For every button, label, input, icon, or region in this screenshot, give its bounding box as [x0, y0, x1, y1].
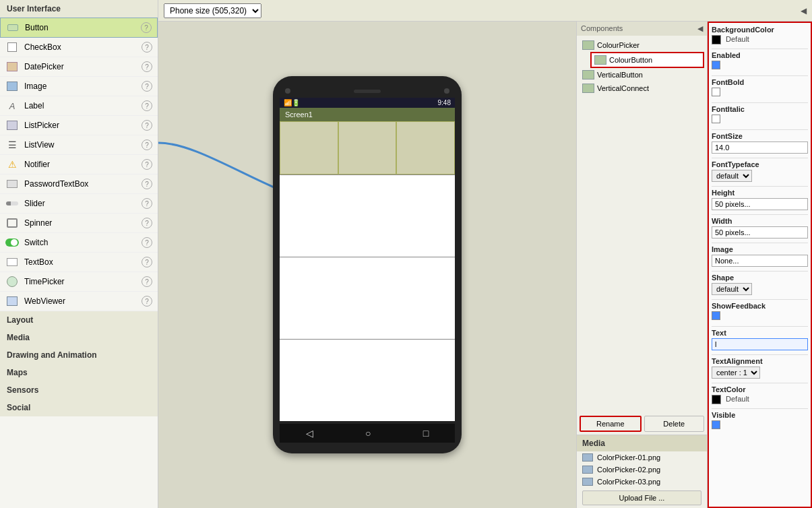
sidebar-item-webviewer[interactable]: WebViewer ?	[0, 292, 158, 311]
phone-size-select[interactable]: Phone size (505,320)	[164, 3, 261, 18]
help-icon-textbox[interactable]: ?	[142, 257, 152, 267]
sidebar-item-label-image: Image	[24, 82, 142, 91]
help-icon-switch[interactable]: ?	[142, 237, 152, 248]
fonttypeface-select[interactable]: default	[712, 170, 752, 182]
bg-color-swatch[interactable]	[712, 35, 721, 44]
prop-fontitalic: FontItalic	[712, 105, 808, 125]
sidebar-item-notifier[interactable]: ⚠ Notifier ?	[0, 155, 158, 174]
sidebar-item-label-button: Button	[25, 23, 141, 32]
text-input[interactable]	[712, 338, 808, 350]
visible-checkbox[interactable]	[712, 420, 720, 429]
width-input[interactable]	[712, 226, 808, 239]
sidebar-item-button[interactable]: Button ?	[0, 18, 158, 38]
screen-content	[280, 121, 455, 421]
section-layout-header[interactable]: Layout	[0, 311, 158, 329]
canvas-area: 📶🔋 9:48 Screen1	[158, 22, 812, 508]
section-ui-header[interactable]: User Interface	[0, 0, 158, 18]
tree-item-verticalbutton[interactable]: VerticalButton	[580, 68, 704, 82]
prop-width: Width	[712, 217, 808, 239]
prop-height-label: Height	[712, 189, 808, 197]
sidebar-item-image[interactable]: Image ?	[0, 77, 158, 96]
screen-title-bar: Screen1	[280, 108, 455, 121]
help-icon-timepicker[interactable]: ?	[142, 276, 152, 287]
cell-1[interactable]	[280, 121, 338, 174]
prop-image-label: Image	[712, 245, 808, 253]
textcolor-swatch[interactable]	[712, 395, 721, 404]
prop-shape-label: Shape	[712, 274, 808, 282]
right-tree-title: Components	[581, 24, 623, 33]
textcolor-text: Default	[726, 395, 749, 403]
prop-visible: Visible	[712, 411, 808, 431]
media-item-3[interactable]: ColorPicker-03.png	[577, 476, 707, 488]
rename-button[interactable]: Rename	[580, 416, 642, 432]
sidebar-item-label[interactable]: A Label ?	[0, 96, 158, 116]
button-icon	[6, 21, 20, 34]
help-icon-passwordtextbox[interactable]: ?	[142, 179, 152, 189]
sidebar-item-datepicker[interactable]: DatePicker ?	[0, 57, 158, 77]
prop-enabled-label: Enabled	[712, 51, 808, 59]
phone: 📶🔋 9:48 Screen1	[273, 76, 462, 453]
sidebar-item-listview[interactable]: ☰ ListView ?	[0, 135, 158, 155]
right-tree: Components ◀ ColourPicker ColourButton V…	[576, 22, 708, 508]
media-item-1[interactable]: ColorPicker-01.png	[577, 451, 707, 464]
fontsize-input[interactable]	[712, 141, 808, 154]
help-icon-checkbox[interactable]: ?	[142, 42, 152, 53]
nav-home-btn[interactable]: ○	[365, 428, 371, 439]
tree-item-colourbutton[interactable]: ColourButton	[590, 52, 704, 68]
tree-item-verticalconnect[interactable]: VerticalConnect	[580, 82, 704, 95]
nav-back-btn[interactable]: ◁	[306, 428, 313, 439]
slider-icon	[5, 197, 19, 210]
sidebar-item-slider[interactable]: Slider ?	[0, 194, 158, 214]
help-icon-image[interactable]: ?	[142, 81, 152, 92]
sidebar-item-checkbox[interactable]: CheckBox ?	[0, 38, 158, 57]
tree-item-colourpicker[interactable]: ColourPicker	[580, 38, 704, 52]
help-icon-slider[interactable]: ?	[142, 198, 152, 209]
help-icon-button[interactable]: ?	[141, 22, 152, 33]
media-file-1: ColorPicker-01.png	[597, 453, 660, 462]
media-item-2[interactable]: ColorPicker-02.png	[577, 464, 707, 476]
upload-button[interactable]: Upload File ...	[582, 490, 701, 505]
label-icon: A	[5, 99, 19, 113]
help-icon-webviewer[interactable]: ?	[142, 296, 152, 307]
help-icon-listpicker[interactable]: ?	[142, 120, 152, 131]
phone-speaker	[354, 90, 381, 93]
datepicker-icon	[5, 60, 19, 73]
section-media-header[interactable]: Media	[0, 329, 158, 346]
section-drawing-header[interactable]: Drawing and Animation	[0, 346, 158, 364]
passwordtextbox-icon	[5, 177, 19, 191]
prop-text: Text	[712, 329, 808, 350]
shape-select[interactable]: default	[712, 283, 752, 295]
help-icon-label[interactable]: ?	[142, 100, 152, 111]
sidebar-item-label-spinner: Spinner	[24, 218, 142, 228]
section-maps-header[interactable]: Maps	[0, 364, 158, 381]
sidebar-item-spinner[interactable]: Spinner ?	[0, 214, 158, 233]
nav-recent-btn[interactable]: □	[423, 428, 429, 439]
help-icon-notifier[interactable]: ?	[142, 159, 152, 170]
sidebar-item-switch[interactable]: Switch ?	[0, 233, 158, 253]
section-social-header[interactable]: Social	[0, 399, 158, 416]
help-icon-datepicker[interactable]: ?	[142, 61, 152, 72]
right-tree-collapse[interactable]: ◀	[697, 24, 703, 33]
delete-button[interactable]: Delete	[644, 416, 705, 432]
collapse-icon[interactable]: ◀	[801, 6, 807, 15]
cell-2[interactable]	[338, 121, 397, 174]
fontbold-checkbox[interactable]	[712, 88, 720, 96]
showfeedback-checkbox[interactable]	[712, 311, 720, 320]
image-input[interactable]	[712, 255, 808, 267]
section-sensors-header[interactable]: Sensors	[0, 381, 158, 399]
status-icons: 📶🔋	[284, 99, 300, 106]
height-input[interactable]	[712, 198, 808, 210]
sidebar-item-listpicker[interactable]: ListPicker ?	[0, 116, 158, 135]
help-icon-listview[interactable]: ?	[142, 139, 152, 150]
enabled-checkbox[interactable]	[712, 61, 720, 69]
sidebar-item-textbox[interactable]: TextBox ?	[0, 253, 158, 272]
textalignment-select[interactable]: center : 1	[712, 367, 760, 379]
sidebar-item-passwordtextbox[interactable]: PasswordTextBox ?	[0, 174, 158, 194]
tree-icon-colourpicker	[582, 40, 594, 50]
help-icon-spinner[interactable]: ?	[142, 218, 152, 228]
sidebar-item-timepicker[interactable]: TimePicker ?	[0, 272, 158, 292]
cell-3[interactable]	[396, 121, 455, 174]
sidebar-item-label-notifier: Notifier	[24, 160, 142, 169]
phone-top-bar	[280, 87, 455, 95]
fontitalic-checkbox[interactable]	[712, 115, 720, 123]
